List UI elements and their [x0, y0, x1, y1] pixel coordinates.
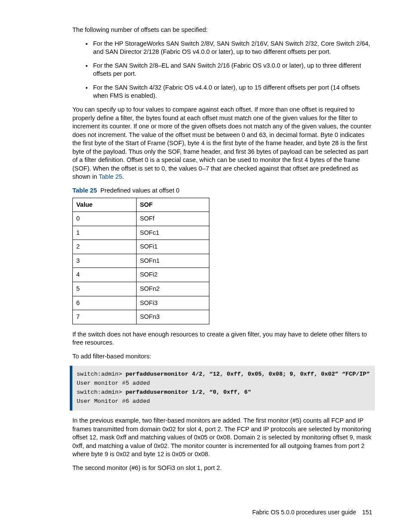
col-header-sof: SOF [136, 198, 209, 212]
page-footer: Fabric OS 5.0.0 procedures user guide 15… [252, 508, 372, 516]
list-item: For the HP StorageWorks SAN Switch 2/8V,… [92, 40, 372, 56]
offset-spec-list: For the HP StorageWorks SAN Switch 2/8V,… [72, 40, 372, 100]
text-run: You can specify up to four values to com… [72, 106, 371, 180]
prompt: switch:admin> [77, 371, 125, 377]
table-25-caption: Table 25 Predefined values at offset 0 [72, 187, 372, 195]
offset-explanation-paragraph: You can specify up to four values to com… [72, 106, 372, 181]
cell-sof: SOFf [136, 212, 209, 226]
cell-sof: SOFn3 [136, 310, 209, 324]
output-line: User Monitor #6 added [77, 398, 150, 404]
text-run: . [122, 173, 124, 180]
cell-value: 5 [73, 282, 137, 296]
cell-sof: SOFn2 [136, 282, 209, 296]
cell-sof: SOFn1 [136, 254, 209, 268]
add-filter-lead: To add filter-based monitors: [72, 352, 372, 361]
list-item: For the SAN Switch 4/32 (Fabric OS v4.4.… [92, 84, 372, 100]
table-25-link[interactable]: Table 25 [99, 173, 122, 180]
list-item: For the SAN Switch 2/8–EL and SAN Switch… [92, 62, 372, 78]
intro-paragraph: The following number of offsets can be s… [72, 26, 372, 34]
cell-value: 3 [73, 254, 137, 268]
command: perfaddusermonitor 1/2, “0, 0xff, 6" [125, 389, 251, 395]
table-number: Table 25 [72, 187, 97, 194]
table-row: 0SOFf [73, 212, 209, 226]
output-line: User monitor #5 added [77, 380, 150, 386]
cell-value: 7 [73, 310, 137, 324]
cell-sof: SOFi1 [136, 240, 209, 254]
cell-value: 1 [73, 226, 137, 240]
col-header-value: Value [73, 198, 137, 212]
table-header-row: Value SOF [73, 198, 209, 212]
cell-sof: SOFc1 [136, 226, 209, 240]
cell-value: 0 [73, 212, 137, 226]
prompt: switch:admin> [77, 389, 125, 395]
table-row: 7SOFn3 [73, 310, 209, 324]
table-row: 5SOFn2 [73, 282, 209, 296]
table-row: 3SOFn1 [73, 254, 209, 268]
command: perfaddusermonitor 4/2, “12, 0xff, 0x05,… [125, 371, 370, 377]
code-example: switch:admin> perfaddusermonitor 4/2, “1… [70, 366, 375, 411]
document-page: The following number of offsets can be s… [0, 0, 411, 532]
cell-sof: SOFi3 [136, 296, 209, 310]
cell-value: 2 [73, 240, 137, 254]
table-row: 2SOFi1 [73, 240, 209, 254]
table-25: Value SOF 0SOFf 1SOFc1 2SOFi1 3SOFn1 4SO… [72, 198, 209, 324]
table-row: 4SOFi2 [73, 268, 209, 282]
example-explanation-paragraph: In the previous example, two filter-base… [72, 417, 372, 459]
cell-value: 4 [73, 268, 137, 282]
resources-paragraph: If the switch does not have enough resou… [72, 330, 372, 347]
table-title: Predefined values at offset 0 [100, 187, 180, 194]
table-row: 1SOFc1 [73, 226, 209, 240]
cell-sof: SOFi2 [136, 268, 209, 282]
table-row: 6SOFi3 [73, 296, 209, 310]
second-monitor-paragraph: The second monitor (#6) is for SOFi3 on … [72, 464, 372, 473]
cell-value: 6 [73, 296, 137, 310]
